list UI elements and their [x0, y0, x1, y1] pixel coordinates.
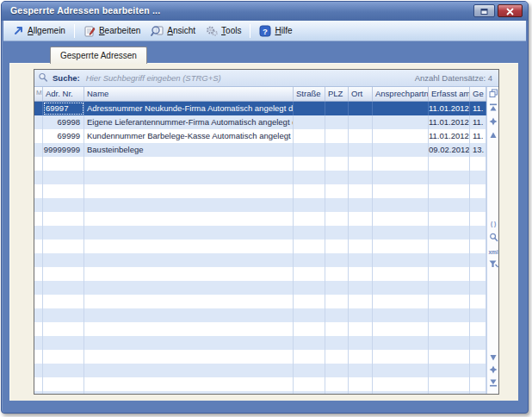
- cell-plz[interactable]: [325, 129, 349, 143]
- cell-ort[interactable]: [349, 115, 373, 129]
- column-header-erfasst_am[interactable]: Erfasst am: [429, 87, 470, 101]
- cell-name[interactable]: Kundennummer Barbelege-Kasse Automatisch…: [84, 129, 294, 143]
- title-bar[interactable]: Gesperrte Adressen bearbeiten ...: [2, 2, 528, 21]
- cell-adr_nr[interactable]: 69998: [43, 115, 84, 129]
- table-row[interactable]: 99999999Bausteinbelege09.02.201213.: [34, 143, 486, 157]
- cell-ort: [349, 240, 373, 253]
- cell-erfasst_am: [429, 226, 470, 240]
- cell-ansprechpartner[interactable]: [373, 115, 429, 129]
- column-header-plz[interactable]: PLZ: [325, 87, 349, 101]
- menu-bearbeiten[interactable]: Bearbeiten: [78, 23, 145, 39]
- column-header-strasse[interactable]: Straße: [294, 87, 325, 101]
- cell-adr_nr: [43, 336, 84, 350]
- cell-name[interactable]: Eigene Lieferantennummer-Firma Automatis…: [84, 115, 294, 129]
- cell-erfasst_am[interactable]: 09.02.2012: [429, 143, 470, 157]
- cell-adr_nr[interactable]: 69997: [43, 102, 84, 115]
- column-header-adr_nr[interactable]: Adr. Nr.: [43, 87, 84, 101]
- quick-search-icon[interactable]: [488, 232, 498, 243]
- search-label: Suche:: [53, 73, 80, 83]
- cell-plz[interactable]: [325, 143, 349, 157]
- table-row[interactable]: 69999Kundennummer Barbelege-Kasse Automa…: [34, 129, 486, 143]
- close-button[interactable]: [498, 4, 523, 17]
- cell-name: [84, 184, 294, 198]
- cell-strasse[interactable]: [294, 143, 325, 157]
- cell-marker: [34, 267, 43, 281]
- scroll-last-icon[interactable]: [488, 377, 498, 388]
- cell-name[interactable]: Adressnummer Neukunde-Firma Automatisch …: [84, 102, 294, 115]
- scroll-first-icon[interactable]: [488, 102, 498, 113]
- menu-label: Ansicht: [167, 26, 195, 35]
- search-icon: [38, 72, 48, 84]
- cell-ge: [470, 240, 486, 253]
- cell-ort[interactable]: [349, 143, 373, 157]
- cell-strasse[interactable]: [294, 102, 325, 115]
- menu-hilfe[interactable]: ? Hilfe: [254, 23, 297, 39]
- menu-ansicht[interactable]: Ansicht: [145, 23, 201, 39]
- column-header-ort[interactable]: Ort: [349, 87, 373, 101]
- cell-ort[interactable]: [349, 129, 373, 143]
- cell-plz: [325, 253, 349, 267]
- cell-name: [84, 267, 294, 281]
- scroll-up-icon[interactable]: [488, 129, 498, 140]
- cell-plz[interactable]: [325, 115, 349, 129]
- cell-adr_nr[interactable]: 69999: [43, 129, 84, 143]
- column-header-name[interactable]: Name: [84, 87, 294, 101]
- cell-ansprechpartner: [373, 391, 429, 394]
- cell-plz[interactable]: [325, 102, 349, 115]
- cell-erfasst_am[interactable]: 11.01.2012: [429, 129, 470, 143]
- cell-ansprechpartner[interactable]: [373, 102, 429, 115]
- cell-ge: [470, 295, 486, 308]
- table-filler-row: [34, 391, 486, 394]
- cell-ansprechpartner: [373, 226, 429, 240]
- table-filler-row: [34, 198, 486, 212]
- group-icon[interactable]: ( ): [488, 218, 498, 229]
- grid-search-bar[interactable]: Suche: Hier Suchbegriff eingeben (STRG+S…: [34, 70, 498, 87]
- search-input[interactable]: Hier Suchbegriff eingeben (STRG+S): [86, 73, 221, 83]
- table-row[interactable]: 69998Eigene Lieferantennummer-Firma Auto…: [34, 115, 486, 129]
- column-header-ansprechpartner[interactable]: Ansprechpartner: [373, 87, 429, 101]
- xml-export-icon[interactable]: xml: [488, 246, 498, 258]
- table-row[interactable]: 69997Adressnummer Neukunde-Firma Automat…: [34, 102, 486, 115]
- menu-tools[interactable]: Tools: [201, 23, 246, 39]
- cell-adr_nr: [43, 184, 84, 198]
- cell-strasse[interactable]: [294, 129, 325, 143]
- help-icon: ?: [259, 25, 271, 37]
- scroll-down-icon[interactable]: [488, 352, 498, 363]
- cell-erfasst_am[interactable]: 11.01.2012: [429, 102, 470, 115]
- cell-name: [84, 198, 294, 212]
- tab-gesperrte-adressen[interactable]: Gesperrte Adressen: [50, 47, 147, 64]
- cell-strasse: [294, 350, 325, 364]
- column-chooser-icon[interactable]: [488, 88, 498, 99]
- cell-ge[interactable]: 11.: [470, 102, 486, 115]
- menu-allgemein[interactable]: Allgemein: [8, 23, 71, 38]
- column-header-ge[interactable]: Ge: [470, 87, 486, 101]
- cell-ge[interactable]: 11.: [470, 129, 486, 143]
- cell-erfasst_am: [429, 377, 470, 391]
- cell-marker[interactable]: [34, 115, 43, 129]
- record-up-icon[interactable]: [488, 115, 498, 127]
- cell-ge[interactable]: 13.: [470, 143, 486, 157]
- filter-icon[interactable]: [488, 258, 498, 270]
- restore-button[interactable]: [473, 4, 495, 17]
- cell-ort: [349, 350, 373, 364]
- cell-erfasst_am[interactable]: 11.01.2012: [429, 115, 470, 129]
- cell-strasse: [294, 267, 325, 281]
- cell-ort[interactable]: [349, 102, 373, 115]
- cell-name[interactable]: Bausteinbelege: [84, 143, 294, 157]
- table-filler-row: [34, 212, 486, 226]
- cell-ansprechpartner[interactable]: [373, 143, 429, 157]
- cell-marker[interactable]: [34, 102, 43, 115]
- cell-plz: [325, 171, 349, 184]
- cell-adr_nr[interactable]: 99999999: [43, 143, 84, 157]
- cell-ge[interactable]: 11.: [470, 115, 486, 129]
- table-filler-row: [34, 184, 486, 198]
- cell-adr_nr: [43, 308, 84, 322]
- cell-marker[interactable]: [34, 129, 43, 143]
- cell-strasse[interactable]: [294, 115, 325, 129]
- cell-ansprechpartner[interactable]: [373, 129, 429, 143]
- column-header-marker[interactable]: M: [34, 87, 43, 101]
- cell-plz: [325, 350, 349, 364]
- record-down-icon[interactable]: [488, 364, 498, 375]
- cell-marker[interactable]: [34, 143, 43, 157]
- cell-ort: [349, 212, 373, 226]
